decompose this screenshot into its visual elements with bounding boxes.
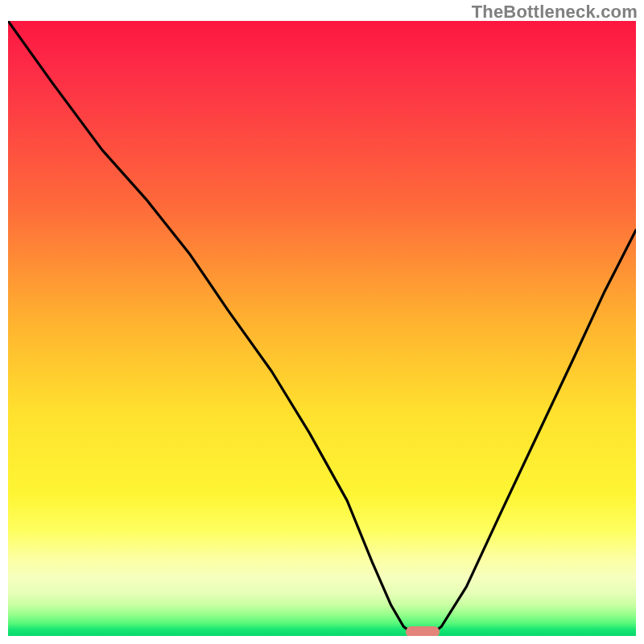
watermark-text: TheBottleneck.com xyxy=(472,2,638,23)
plot-area xyxy=(8,21,636,636)
chart-container: TheBottleneck.com xyxy=(0,0,644,644)
optimum-marker xyxy=(406,626,440,636)
bottleneck-curve xyxy=(8,21,636,636)
